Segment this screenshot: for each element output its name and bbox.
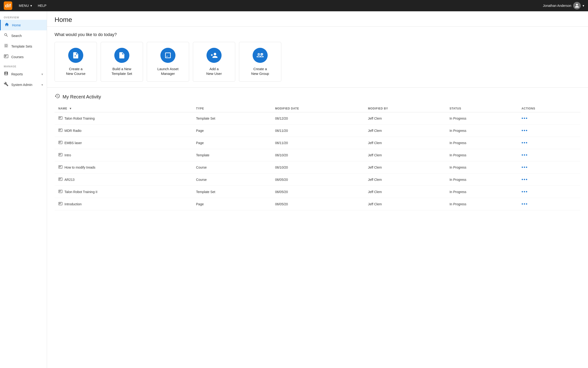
cell-name-3: Intro [54,149,192,161]
cell-status-5: In Progress [446,174,518,186]
sort-icon: ▼ [69,107,72,110]
page-title: Home [54,16,580,24]
table-row: Intro Template 06/10/20 Jeff Clem In Pro… [54,149,580,161]
actions-menu-button-1[interactable]: ••• [521,128,528,133]
sidebar-item-home[interactable]: Home [0,20,47,30]
user-menu[interactable]: Jonathan Anderson ▾ [543,2,584,9]
actions-menu-button-4[interactable]: ••• [521,165,528,170]
quick-actions-section: What would you like to do today? Create … [47,27,588,88]
cell-actions-6[interactable]: ••• [518,186,580,198]
cell-actions-4[interactable]: ••• [518,161,580,174]
courses-icon [4,54,9,60]
cell-modified-date-5: 06/05/20 [272,174,364,186]
cell-name-text-7: Introduction [64,202,82,206]
cell-status-4: In Progress [446,161,518,174]
col-header-name[interactable]: NAME ▼ [54,105,192,112]
actions-menu-button-3[interactable]: ••• [521,152,528,157]
col-header-modified-date: MODIFIED DATE [272,105,364,112]
cell-type-6: Template Set [192,186,272,198]
cell-actions-5[interactable]: ••• [518,174,580,186]
row-icon-6 [58,189,62,194]
cell-name-1: MDR Radio [54,125,192,137]
cell-status-3: In Progress [446,149,518,161]
cell-actions-7[interactable]: ••• [518,198,580,210]
cell-modified-date-0: 06/12/20 [272,112,364,125]
cell-status-1: In Progress [446,125,518,137]
cell-modified-date-3: 06/10/20 [272,149,364,161]
action-card-create-group[interactable]: Create aNew Group [239,42,281,82]
table-row: AR213 Course 06/05/20 Jeff Clem In Progr… [54,174,580,186]
row-icon-3 [58,153,62,158]
sidebar-search-label: Search [11,34,22,38]
row-icon-2 [58,140,62,146]
manage-label: MANAGE [0,62,47,69]
add-user-icon-circle [207,48,221,63]
cell-actions-3[interactable]: ••• [518,149,580,161]
app-body: OVERVIEW Home Search Template Sets Cours… [0,11,588,368]
action-card-launch-asset[interactable]: Launch AssetManager [147,42,189,82]
cell-modified-by-3: Jeff Clem [364,149,446,161]
create-group-icon-circle [253,48,268,63]
action-card-create-course[interactable]: Create aNew Course [54,42,97,82]
table-row: MDR Radio Page 06/11/20 Jeff Clem In Pro… [54,125,580,137]
row-icon-4 [58,165,62,170]
cell-modified-date-2: 06/11/20 [272,137,364,149]
row-icon-1 [58,128,62,133]
sidebar-item-reports[interactable]: Reports ▾ [0,69,47,79]
sidebar-item-search[interactable]: Search [0,30,47,41]
build-template-label: Build a NewTemplate Set [112,67,132,76]
sidebar-home-label: Home [12,23,21,27]
cell-status-0: In Progress [446,112,518,125]
cell-modified-by-7: Jeff Clem [364,198,446,210]
cell-name-7: Introduction [54,198,192,210]
actions-menu-button-7[interactable]: ••• [521,201,528,206]
cell-modified-date-6: 06/05/20 [272,186,364,198]
search-icon [4,33,9,39]
actions-menu-button-5[interactable]: ••• [521,177,528,182]
action-card-build-template[interactable]: Build a NewTemplate Set [101,42,143,82]
menu-button[interactable]: MENU ▾ [17,2,34,9]
cell-modified-by-6: Jeff Clem [364,186,446,198]
home-icon [4,22,9,28]
help-button[interactable]: HELP [36,2,48,9]
cell-actions-2[interactable]: ••• [518,137,580,149]
create-course-label: Create aNew Course [66,67,86,76]
cell-name-0: Talon Robot Training [54,112,192,125]
col-header-modified-by: MODIFIED BY [364,105,446,112]
cell-name-2: EMBS laser [54,137,192,149]
action-card-add-user[interactable]: Add aNew User [193,42,235,82]
cell-name-text-4: How to modify treads [64,166,96,169]
actions-menu-button-6[interactable]: ••• [521,189,528,194]
sidebar-item-courses[interactable]: Courses [0,52,47,62]
sidebar-courses-label: Courses [11,55,24,59]
cell-name-text-0: Talon Robot Training [64,117,95,120]
cell-type-1: Page [192,125,272,137]
reports-icon [4,71,9,77]
table-row: How to modify treads Course 06/10/20 Jef… [54,161,580,174]
cell-actions-1[interactable]: ••• [518,125,580,137]
system-admin-icon [4,82,9,88]
cell-actions-0[interactable]: ••• [518,112,580,125]
cell-status-6: In Progress [446,186,518,198]
col-header-status: STATUS [446,105,518,112]
table-row: EMBS laser Page 06/11/20 Jeff Clem In Pr… [54,137,580,149]
launch-asset-icon-circle [160,48,176,63]
cell-status-7: In Progress [446,198,518,210]
add-user-label: Add aNew User [206,67,222,76]
recent-activity-icon [54,93,60,100]
sidebar-item-system-admin[interactable]: System Admin ▾ [0,79,47,90]
actions-menu-button-2[interactable]: ••• [521,140,528,145]
cell-name-text-5: AR213 [64,178,75,182]
page-header: Home [47,11,588,27]
app-logo[interactable]: dif [4,1,12,10]
cell-modified-by-4: Jeff Clem [364,161,446,174]
table-row: Introduction Page 06/05/20 Jeff Clem In … [54,198,580,210]
cell-name-6: Talon Robot Training II [54,186,192,198]
system-admin-chevron-icon: ▾ [41,83,43,87]
row-icon-5 [58,177,62,182]
col-header-actions: ACTIONS [518,105,580,112]
row-icon-7 [58,202,62,207]
sidebar-item-template-sets[interactable]: Template Sets [0,41,47,52]
actions-menu-button-0[interactable]: ••• [521,116,528,121]
menu-chevron-icon: ▾ [30,4,32,8]
